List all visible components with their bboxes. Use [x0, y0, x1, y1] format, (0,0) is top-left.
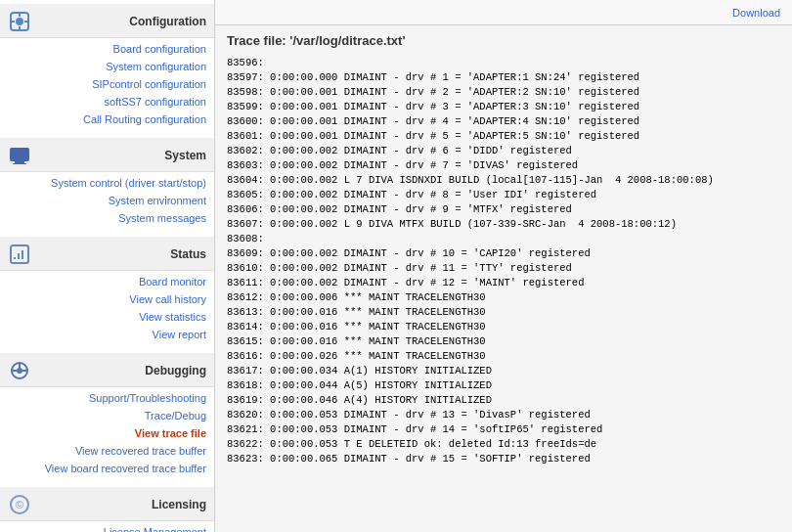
sidebar-section-status: Status: [0, 237, 214, 271]
sidebar-section-system: System: [0, 138, 214, 172]
sidebar-link-debugging-0[interactable]: Support/Troubleshooting: [89, 389, 206, 407]
sidebar-link-configuration-1[interactable]: System configuration: [106, 58, 206, 75]
svg-point-1: [16, 18, 23, 25]
debug-icon: [8, 359, 31, 382]
sidebar-link-system-1[interactable]: System environment: [109, 192, 206, 209]
svg-rect-7: [15, 161, 24, 163]
sidebar-section-configuration: Configuration: [0, 4, 214, 38]
sidebar-link-configuration-0[interactable]: Board configuration: [113, 40, 206, 58]
sidebar-link-debugging-3[interactable]: View recovered trace buffer: [75, 442, 206, 460]
sidebar-section-licensing: ©Licensing: [0, 487, 214, 521]
sidebar-links-system: System control (driver start/stop)System…: [0, 172, 214, 233]
download-link[interactable]: Download: [732, 7, 780, 19]
sidebar-link-debugging-1[interactable]: Trace/Debug: [145, 407, 206, 424]
sidebar-section-title-configuration: Configuration: [39, 15, 206, 28]
svg-rect-8: [13, 163, 26, 164]
sidebar-link-status-3[interactable]: View report: [153, 326, 206, 343]
main-content: Download Trace file: '/var/log/ditrace.t…: [215, 0, 792, 532]
sidebar-link-system-0[interactable]: System control (driver start/stop): [51, 174, 206, 192]
topbar: Download: [215, 0, 792, 25]
sidebar-link-system-2[interactable]: System messages: [118, 209, 206, 227]
sidebar-section-title-status: Status: [39, 247, 206, 261]
sidebar-link-licensing-0[interactable]: License Management: [104, 523, 206, 532]
trace-title: Trace file: '/var/log/ditrace.txt': [227, 33, 780, 48]
sidebar-link-status-2[interactable]: View statistics: [139, 308, 206, 326]
trace-log: 83596: 83597: 0:00:00.000 DIMAINT - drv …: [227, 56, 780, 466]
sidebar-section-debugging: Debugging: [0, 353, 214, 387]
sidebar-link-status-1[interactable]: View call history: [129, 290, 206, 308]
license-icon: ©: [8, 493, 31, 516]
sidebar-link-configuration-2[interactable]: SIPcontrol configuration: [92, 75, 206, 93]
sidebar-links-debugging: Support/TroubleshootingTrace/DebugView t…: [0, 387, 214, 483]
svg-rect-6: [10, 148, 29, 161]
sidebar-section-title-debugging: Debugging: [39, 364, 206, 377]
sidebar-link-configuration-3[interactable]: softSS7 configuration: [104, 93, 206, 111]
svg-point-14: [17, 368, 22, 374]
sidebar-link-configuration-4[interactable]: Call Routing configuration: [83, 111, 206, 128]
sidebar-link-status-0[interactable]: Board monitor: [139, 273, 206, 290]
system-icon: [8, 144, 31, 167]
svg-text:©: ©: [16, 499, 23, 510]
sidebar-links-status: Board monitorView call historyView stati…: [0, 271, 214, 349]
sidebar-section-title-system: System: [39, 149, 206, 162]
sidebar-section-title-licensing: Licensing: [39, 498, 206, 511]
sidebar-link-debugging-4[interactable]: View board recovered trace buffer: [45, 460, 206, 477]
sidebar-link-debugging-2[interactable]: View trace file: [135, 424, 206, 442]
sidebar-links-licensing: License Management: [0, 521, 214, 532]
trace-content: Trace file: '/var/log/ditrace.txt' 83596…: [215, 25, 792, 532]
sidebar: ConfigurationBoard configurationSystem c…: [0, 0, 215, 532]
sidebar-links-configuration: Board configurationSystem configurationS…: [0, 38, 214, 134]
config-icon: [8, 10, 31, 33]
status-icon: [8, 243, 31, 266]
